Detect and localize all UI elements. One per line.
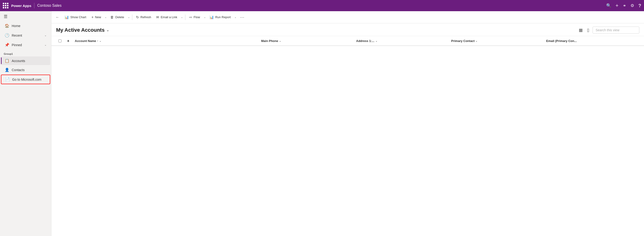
pinned-chevron-icon: ⌄ [44, 43, 46, 46]
filter-icon[interactable]: ⚭ [623, 3, 626, 8]
back-button[interactable]: ← [53, 14, 62, 21]
delete-dropdown-arrow[interactable]: ⌄ [127, 14, 131, 20]
account-name-dropdown-icon[interactable]: ⌄ [99, 40, 101, 42]
show-chart-button[interactable]: 📊 Show Chart [62, 14, 88, 21]
delete-button[interactable]: 🗑 Delete [108, 14, 126, 20]
primary-contact-label: Primary Contact [451, 39, 474, 43]
column-headers: ♠ Account Name ↑ ⌄ Main Phone ⌄ Address … [52, 36, 644, 46]
select-all-input[interactable] [58, 39, 62, 42]
refresh-label: Refresh [140, 15, 151, 19]
app-launcher-icon[interactable] [3, 3, 8, 8]
top-navigation: Power Apps Contoso Sales 🔍 + ⚭ ⚙ ? [0, 0, 644, 11]
hierarchy-icon[interactable]: ♠ [64, 39, 73, 43]
column-header-address[interactable]: Address 1:... ⌄ [354, 38, 450, 44]
view-selector-icon[interactable]: ▦ [578, 27, 584, 34]
account-name-sort-icon: ↑ [97, 39, 98, 42]
flow-button[interactable]: ⇨ Flow [187, 14, 202, 21]
microsoft-link-icon: 📄 [5, 77, 10, 82]
sidebar-item-pinned[interactable]: 📌 Pinned ⌄ [1, 40, 50, 49]
run-report-button[interactable]: 📊 Run Report [207, 14, 233, 21]
view-header-actions: ▦ ▯ Search this view [578, 27, 639, 34]
toolbar-separator-1 [132, 14, 132, 20]
run-report-label: Run Report [215, 15, 231, 19]
view-filter-icon[interactable]: ▯ [586, 27, 590, 34]
show-chart-label: Show Chart [70, 15, 86, 19]
new-icon: + [92, 15, 94, 19]
show-chart-icon: 📊 [64, 15, 69, 19]
pinned-icon: 📌 [5, 43, 9, 47]
sidebar-accounts-label: Accounts [12, 59, 25, 63]
app-name-label: Contoso Sales [37, 3, 62, 8]
hamburger-menu-button[interactable]: ☰ [0, 12, 51, 21]
email-label: Email (Primary Con... [546, 39, 577, 43]
run-report-dropdown-arrow[interactable]: ⌄ [234, 14, 237, 20]
recent-icon: 🕐 [5, 33, 9, 37]
main-content-area: ← 📊 Show Chart + New ⌄ 🗑 Delete ⌄ ↻ [52, 11, 644, 236]
view-header: My Active Accounts ⌄ ▦ ▯ Search this vie… [52, 23, 644, 36]
search-icon[interactable]: 🔍 [606, 3, 611, 8]
primary-contact-dropdown-icon[interactable]: ⌄ [476, 40, 477, 42]
sidebar-home-label: Home [12, 24, 20, 28]
sidebar-item-accounts[interactable]: 📋 Accounts [1, 56, 50, 65]
main-phone-dropdown-icon[interactable]: ⌄ [279, 40, 281, 42]
address-label: Address 1:... [356, 39, 374, 43]
contacts-icon: 👤 [5, 68, 9, 72]
main-layout: ☰ 🏠 Home 🕐 Recent ⌄ 📌 Pinned ⌄ Group1 📋 … [0, 11, 644, 236]
new-dropdown-arrow[interactable]: ⌄ [104, 14, 108, 20]
add-icon[interactable]: + [616, 2, 618, 9]
email-link-button[interactable]: ✉ Email a Link [154, 14, 180, 21]
column-header-primary-contact[interactable]: Primary Contact ⌄ [449, 38, 544, 44]
refresh-button[interactable]: ↻ Refresh [134, 14, 154, 21]
flow-dropdown-arrow[interactable]: ⌄ [203, 14, 207, 20]
sidebar: ☰ 🏠 Home 🕐 Recent ⌄ 📌 Pinned ⌄ Group1 📋 … [0, 11, 52, 236]
sidebar-item-contacts[interactable]: 👤 Contacts [1, 66, 50, 74]
power-apps-label: Power Apps [11, 4, 31, 8]
more-commands-button[interactable]: ⋯ [238, 13, 246, 21]
delete-icon: 🗑 [110, 15, 114, 19]
delete-label: Delete [115, 15, 124, 19]
search-placeholder: Search this view [596, 28, 620, 32]
home-icon: 🏠 [5, 23, 9, 28]
sidebar-item-home[interactable]: 🏠 Home [1, 21, 50, 30]
new-label: New [95, 15, 101, 19]
sidebar-item-microsoft[interactable]: 📄 Go to Microsoft.com [1, 75, 50, 84]
help-icon[interactable]: ? [638, 3, 641, 8]
settings-icon[interactable]: ⚙ [630, 3, 634, 8]
accounts-icon: 📋 [5, 59, 9, 63]
app-brand: Power Apps [11, 4, 31, 8]
refresh-icon: ↻ [136, 15, 139, 19]
account-name-label: Account Name [75, 39, 96, 43]
sidebar-microsoft-label: Go to Microsoft.com [12, 78, 41, 81]
recent-chevron-icon: ⌄ [44, 34, 46, 37]
sidebar-pinned-label: Pinned [12, 43, 22, 47]
run-report-icon: 📊 [210, 15, 214, 19]
main-phone-label: Main Phone [261, 39, 278, 43]
new-button[interactable]: + New [89, 14, 103, 21]
view-title: My Active Accounts ⌄ [56, 27, 109, 33]
address-dropdown-icon[interactable]: ⌄ [376, 40, 377, 42]
search-input[interactable]: Search this view [592, 27, 639, 34]
view-title-chevron-icon[interactable]: ⌄ [106, 28, 109, 32]
column-header-main-phone[interactable]: Main Phone ⌄ [259, 38, 354, 44]
view-title-text: My Active Accounts [56, 27, 104, 33]
email-link-label: Email a Link [160, 15, 177, 19]
email-dropdown-arrow[interactable]: ⌄ [180, 14, 184, 20]
flow-label: Flow [194, 15, 200, 19]
sidebar-group-label: Group1 [0, 50, 51, 56]
flow-icon: ⇨ [189, 15, 192, 19]
command-toolbar: ← 📊 Show Chart + New ⌄ 🗑 Delete ⌄ ↻ [52, 11, 644, 23]
column-header-email[interactable]: Email (Primary Con... [544, 38, 640, 44]
table-body [52, 46, 644, 236]
select-all-checkbox[interactable] [56, 39, 64, 42]
email-link-icon: ✉ [156, 15, 159, 19]
sidebar-contacts-label: Contacts [12, 68, 24, 72]
sidebar-item-recent[interactable]: 🕐 Recent ⌄ [1, 31, 50, 40]
top-nav-actions: 🔍 + ⚭ ⚙ ? [606, 2, 641, 9]
column-header-account-name[interactable]: Account Name ↑ ⌄ [73, 38, 259, 44]
sidebar-recent-label: Recent [12, 34, 22, 37]
